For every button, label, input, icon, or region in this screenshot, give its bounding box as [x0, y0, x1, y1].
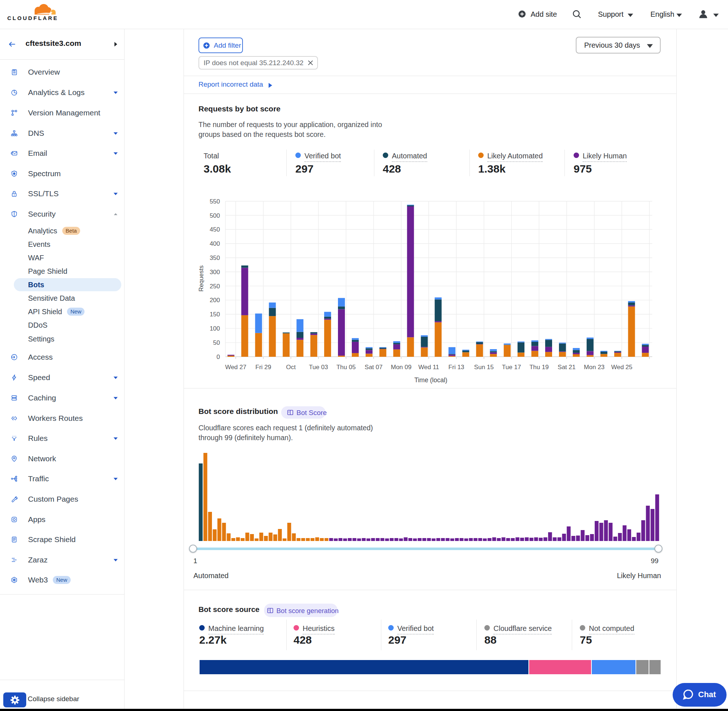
svg-text:Tue 03: Tue 03: [309, 364, 328, 370]
svg-text:Fri 13: Fri 13: [448, 364, 464, 370]
svg-text:Sat 21: Sat 21: [558, 364, 575, 370]
svg-text:Thu 19: Thu 19: [530, 364, 549, 370]
svg-text:200: 200: [210, 297, 220, 304]
svg-text:Thu 05: Thu 05: [337, 364, 356, 370]
svg-text:50: 50: [213, 339, 220, 346]
svg-text:Sat 07: Sat 07: [365, 364, 382, 370]
svg-text:450: 450: [210, 226, 220, 233]
svg-text:100: 100: [210, 325, 220, 332]
svg-text:350: 350: [210, 254, 220, 261]
svg-text:Tue 17: Tue 17: [502, 364, 521, 370]
svg-text:150: 150: [210, 311, 220, 318]
svg-text:Sun 15: Sun 15: [474, 364, 494, 370]
svg-text:0: 0: [217, 354, 220, 360]
svg-text:550: 550: [210, 198, 220, 205]
svg-text:Wed 11: Wed 11: [418, 364, 439, 370]
svg-text:Time (local): Time (local): [415, 376, 447, 384]
svg-text:Requests: Requests: [198, 266, 205, 292]
svg-text:Fri 29: Fri 29: [255, 364, 271, 370]
svg-text:500: 500: [210, 212, 220, 219]
svg-text:Wed 27: Wed 27: [225, 364, 246, 370]
svg-text:400: 400: [210, 240, 220, 247]
svg-text:250: 250: [210, 283, 220, 290]
svg-text:300: 300: [210, 268, 220, 276]
svg-text:Mon 23: Mon 23: [584, 364, 604, 370]
svg-text:Wed 25: Wed 25: [611, 364, 632, 370]
svg-text:Oct: Oct: [286, 364, 296, 370]
svg-text:Mon 09: Mon 09: [391, 364, 412, 370]
